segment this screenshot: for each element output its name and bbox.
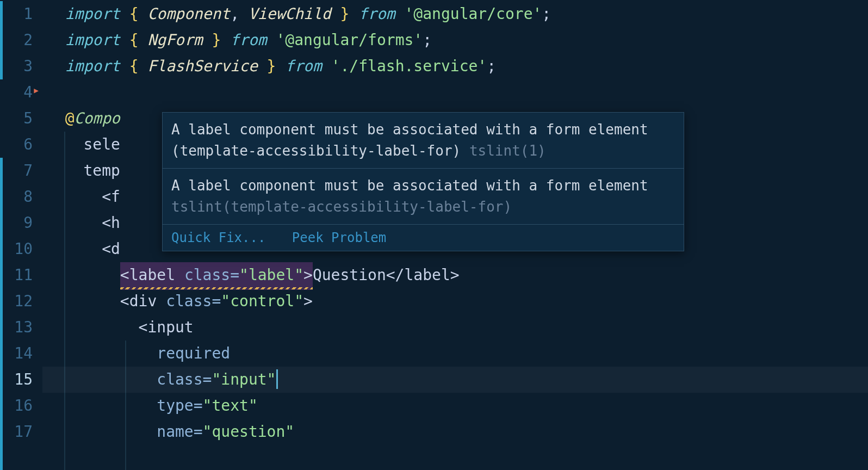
- line-number: 17: [0, 419, 42, 445]
- line-number: 8: [0, 184, 42, 210]
- line-number: 3: [0, 53, 42, 79]
- quick-fix-link[interactable]: Quick Fix...: [171, 230, 265, 245]
- line-number: 14: [0, 341, 42, 367]
- lint-warning-range[interactable]: <label class="label">: [120, 262, 313, 290]
- code-line[interactable]: <input: [42, 314, 868, 341]
- line-number-gutter: 1 2 3 4 5 6 7 8 9 10 11 12 13 14 15 16 1…: [0, 0, 42, 470]
- code-line[interactable]: import { Component, ViewChild } from '@a…: [42, 1, 868, 27]
- line-number: 16: [0, 393, 42, 419]
- line-number: 12: [0, 288, 42, 314]
- fold-arrow-icon[interactable]: ▸: [33, 83, 40, 97]
- code-line[interactable]: <label class="label">Question</label>: [42, 262, 868, 288]
- code-line[interactable]: required: [42, 341, 868, 367]
- line-number: 2: [0, 27, 42, 53]
- hover-actions: Quick Fix... Peek Problem: [163, 225, 684, 251]
- peek-problem-link[interactable]: Peek Problem: [292, 230, 386, 245]
- hover-message: A label component must be associated wit…: [163, 169, 684, 225]
- line-number: 5: [0, 106, 42, 132]
- line-number: 13: [0, 314, 42, 341]
- code-line[interactable]: <div class="control">: [42, 288, 868, 314]
- code-line[interactable]: import { NgForm } from '@angular/forms';: [42, 27, 868, 53]
- problem-hover-tooltip: A label component must be associated wit…: [162, 112, 684, 251]
- code-line[interactable]: [42, 79, 868, 106]
- line-number: 7: [0, 158, 42, 184]
- line-number: 10: [0, 236, 42, 262]
- code-editor[interactable]: 1 2 3 4 5 6 7 8 9 10 11 12 13 14 15 16 1…: [0, 0, 868, 470]
- code-line[interactable]: import { FlashService } from './flash.se…: [42, 53, 868, 79]
- line-number: 15: [0, 367, 42, 393]
- line-number: 6: [0, 132, 42, 158]
- code-line[interactable]: type="text": [42, 393, 868, 419]
- line-number: 1: [0, 1, 42, 27]
- code-text-area[interactable]: import { Component, ViewChild } from '@a…: [42, 0, 868, 470]
- text-cursor: [276, 369, 278, 389]
- line-number: 11: [0, 262, 42, 288]
- line-number: 9: [0, 210, 42, 236]
- hover-message: A label component must be associated wit…: [163, 113, 684, 169]
- code-line[interactable]: name="question": [42, 419, 868, 445]
- code-line[interactable]: class="input": [42, 367, 868, 393]
